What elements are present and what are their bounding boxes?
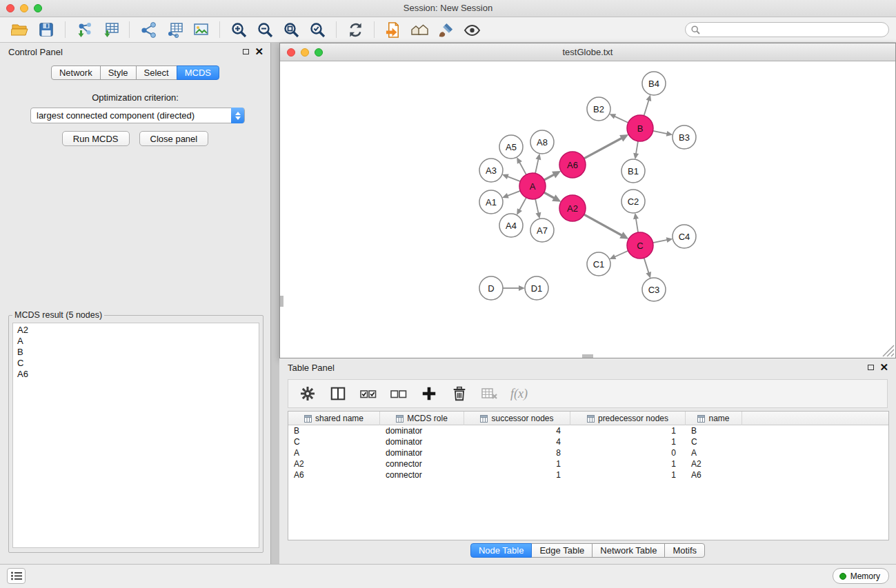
graph-node-C2[interactable]: C2: [621, 190, 645, 213]
unselect-all-button[interactable]: [389, 384, 408, 403]
table-row[interactable]: A6connector11A6: [288, 469, 888, 480]
graph-edge[interactable]: [615, 116, 628, 123]
graph-node-A4[interactable]: A4: [499, 214, 523, 237]
graph-edge[interactable]: [507, 176, 520, 181]
zoom-in-button[interactable]: [226, 19, 252, 40]
column-header-successor-nodes[interactable]: successor nodes: [464, 412, 570, 425]
graph-node-B[interactable]: B: [627, 115, 653, 141]
mcds-result-list[interactable]: A2ABCA6: [12, 323, 259, 548]
function-builder-button[interactable]: f(x): [510, 387, 528, 401]
graph-node-D1[interactable]: D1: [525, 276, 548, 300]
tab-network[interactable]: Network: [51, 65, 101, 80]
tab-style[interactable]: Style: [100, 65, 137, 80]
bottom-edge-handle[interactable]: [582, 354, 593, 358]
graph-edge[interactable]: [615, 251, 628, 257]
result-item[interactable]: A2: [13, 325, 259, 336]
column-header-MCDS-role[interactable]: MCDS role: [380, 412, 464, 425]
graph-node-A5[interactable]: A5: [499, 135, 523, 159]
search-input[interactable]: [704, 23, 883, 36]
save-session-button[interactable]: [33, 19, 59, 40]
float-panel-icon[interactable]: [868, 365, 874, 370]
graph-node-B2[interactable]: B2: [587, 97, 610, 121]
close-panel-button[interactable]: Close panel: [139, 131, 209, 146]
graph-node-A7[interactable]: A7: [530, 219, 554, 242]
graph-node-C1[interactable]: C1: [587, 252, 610, 276]
graph-edge[interactable]: [636, 141, 638, 154]
graph-edge[interactable]: [544, 174, 555, 180]
export-document-button[interactable]: [380, 19, 406, 40]
graph-node-D[interactable]: D: [479, 276, 503, 300]
graph-node-A1[interactable]: A1: [479, 190, 503, 214]
graph-edge[interactable]: [636, 219, 638, 233]
graph-edge[interactable]: [653, 131, 668, 134]
zoom-fit-button[interactable]: [278, 19, 304, 40]
graph-node-C3[interactable]: C3: [642, 278, 666, 301]
select-all-button[interactable]: [359, 384, 378, 403]
export-network-button[interactable]: [135, 19, 161, 40]
graph-edge[interactable]: [535, 159, 539, 173]
zoom-out-button[interactable]: [252, 19, 278, 40]
float-panel-icon[interactable]: [243, 49, 249, 54]
tab-motifs[interactable]: Motifs: [664, 543, 705, 558]
style-button[interactable]: [432, 19, 459, 40]
result-item[interactable]: A: [13, 336, 259, 347]
graph-edge[interactable]: [535, 199, 539, 214]
left-edge-handle[interactable]: [280, 296, 283, 307]
import-network-button[interactable]: [71, 19, 97, 40]
graph-edge[interactable]: [507, 191, 520, 196]
graph-node-A[interactable]: A: [519, 173, 546, 199]
show-columns-button[interactable]: [328, 384, 348, 403]
task-history-button[interactable]: [7, 568, 26, 584]
graph-node-A8[interactable]: A8: [530, 130, 554, 154]
table-row[interactable]: A2connector11A2: [288, 458, 888, 469]
close-panel-icon[interactable]: ✕: [879, 361, 888, 374]
graph-node-B1[interactable]: B1: [621, 159, 645, 183]
resize-grip-icon[interactable]: [883, 345, 894, 356]
tab-mcds[interactable]: MCDS: [177, 65, 219, 80]
graph-node-C4[interactable]: C4: [673, 225, 696, 248]
optimization-criterion-select[interactable]: largest connected component (directed): [30, 108, 245, 123]
delete-table-button[interactable]: [480, 384, 499, 403]
delete-column-button[interactable]: [450, 384, 469, 403]
graph-node-B3[interactable]: B3: [673, 125, 696, 149]
graph-edge[interactable]: [644, 258, 649, 273]
tab-select[interactable]: Select: [136, 65, 177, 80]
table-row[interactable]: Cdominator41C: [288, 436, 888, 447]
export-table-button[interactable]: [161, 19, 188, 40]
table-row[interactable]: Adominator80A: [288, 447, 888, 458]
column-header-predecessor-nodes[interactable]: predecessor nodes: [570, 412, 686, 425]
column-header-name[interactable]: name: [686, 412, 742, 425]
open-session-button[interactable]: [7, 19, 33, 40]
tab-edge-table[interactable]: Edge Table: [531, 543, 593, 558]
export-image-button[interactable]: [188, 19, 214, 40]
network-graph[interactable]: AA1A2A3A4A5A6A7A8BB1B2B3B4CC1C2C3C4DD1: [280, 61, 895, 358]
graph-node-A2[interactable]: A2: [559, 195, 586, 221]
graph-node-B4[interactable]: B4: [642, 72, 666, 95]
create-column-button[interactable]: [419, 384, 439, 403]
tab-node-table[interactable]: Node Table: [470, 543, 532, 558]
close-panel-icon[interactable]: ✕: [255, 45, 263, 58]
show-hide-button[interactable]: [459, 19, 485, 40]
memory-button[interactable]: Memory: [833, 568, 889, 584]
refresh-button[interactable]: [342, 19, 368, 40]
run-mcds-button[interactable]: Run MCDS: [62, 131, 130, 146]
graph-edge[interactable]: [584, 138, 622, 159]
result-item[interactable]: C: [13, 358, 259, 369]
tab-network-table[interactable]: Network Table: [592, 543, 665, 558]
search-box[interactable]: [685, 22, 889, 37]
network-overview-button[interactable]: [406, 19, 432, 40]
network-window-titlebar[interactable]: testGlobe.txt: [280, 43, 895, 61]
zoom-selected-button[interactable]: [304, 19, 330, 40]
result-item[interactable]: A6: [13, 369, 259, 380]
table-settings-button[interactable]: [298, 384, 317, 403]
graph-node-A6[interactable]: A6: [559, 152, 586, 178]
graph-node-A3[interactable]: A3: [479, 159, 503, 182]
table-row[interactable]: Bdominator41B: [288, 425, 888, 436]
graph-edge[interactable]: [519, 198, 526, 210]
column-header-shared-name[interactable]: shared name: [288, 412, 380, 425]
import-table-button[interactable]: [97, 19, 123, 40]
graph-node-C[interactable]: C: [627, 232, 653, 258]
graph-edge[interactable]: [584, 214, 622, 235]
graph-edge[interactable]: [644, 100, 649, 116]
result-item[interactable]: B: [13, 347, 259, 358]
